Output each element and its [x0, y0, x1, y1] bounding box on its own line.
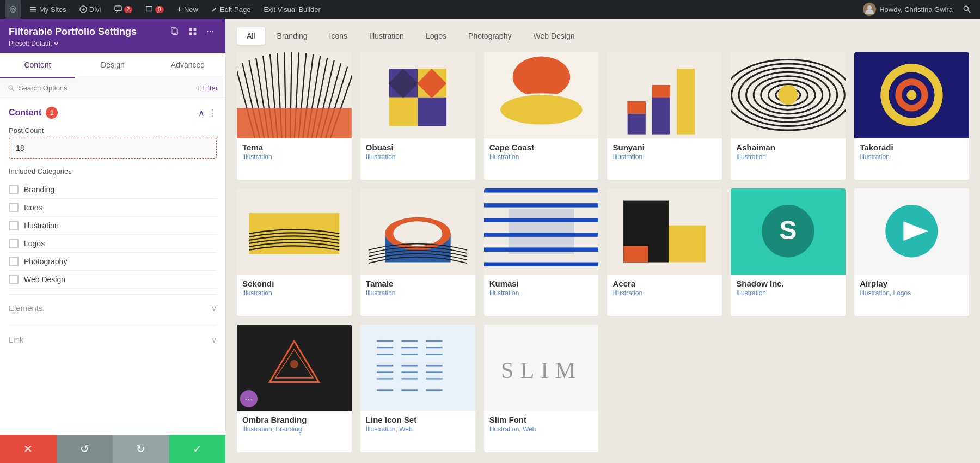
- category-checkbox-photography[interactable]: [9, 257, 19, 266]
- category-checkbox-illustration[interactable]: [9, 221, 19, 230]
- panel-copy-icon[interactable]: [169, 25, 182, 38]
- category-item-illustration[interactable]: Illustration: [9, 217, 217, 235]
- filter-all[interactable]: All: [237, 27, 265, 45]
- save-button[interactable]: ✓: [169, 435, 226, 463]
- content-collapse-icon[interactable]: ∧: [198, 108, 205, 118]
- elements-collapse-header[interactable]: Elements ∨: [9, 303, 217, 320]
- svg-line-6: [968, 10, 971, 13]
- panel-more-icon[interactable]: [204, 25, 217, 38]
- post-count-input[interactable]: 18: [9, 138, 217, 159]
- filter-branding[interactable]: Branding: [267, 27, 317, 45]
- filter-logos[interactable]: Logos: [416, 27, 456, 45]
- content-more-icon[interactable]: ⋮: [208, 108, 217, 118]
- svg-rect-8: [171, 28, 176, 33]
- svg-rect-89: [484, 270, 599, 274]
- portfolio-item-accra[interactable]: Accra Illustration: [607, 188, 722, 316]
- comments-zero-link[interactable]: 0: [141, 0, 168, 19]
- exit-builder-button[interactable]: Exit Visual Builder: [259, 0, 325, 19]
- elements-title: Elements: [9, 303, 211, 313]
- category-checkbox-branding[interactable]: [9, 185, 19, 194]
- category-item-logos[interactable]: Logos: [9, 235, 217, 253]
- category-name-branding: Branding: [24, 185, 54, 194]
- preset-label: Preset: Default: [9, 40, 52, 47]
- svg-rect-87: [484, 255, 599, 259]
- svg-rect-105: [360, 325, 475, 411]
- tab-content[interactable]: Content: [0, 53, 75, 78]
- portfolio-name-ashaiman: Ashaiman: [736, 143, 840, 152]
- portfolio-name-line-icon: Line Icon Set: [366, 415, 470, 424]
- category-name-web design: Web Design: [24, 275, 65, 284]
- category-item-icons[interactable]: Icons: [9, 199, 217, 217]
- svg-point-13: [207, 31, 208, 32]
- included-categories-section: Included Categories Branding Icons Illus…: [9, 167, 217, 289]
- category-item-branding[interactable]: Branding: [9, 181, 217, 199]
- portfolio-name-ombra: Ombra Branding: [242, 415, 346, 424]
- undo-button[interactable]: ↺: [57, 435, 113, 463]
- redo-button[interactable]: ↻: [113, 435, 169, 463]
- link-collapse-header[interactable]: Link ∨: [9, 335, 217, 352]
- portfolio-item-sunyani[interactable]: Sunyani Illustration: [607, 52, 722, 180]
- panel-body: Content 1 ∧ ⋮ Post Count 18 Included Cat…: [0, 98, 225, 435]
- category-item-photography[interactable]: Photography: [9, 253, 217, 271]
- category-checkbox-web design[interactable]: [9, 275, 19, 284]
- svg-point-16: [9, 86, 13, 89]
- user-menu[interactable]: Howdy, Christina Gwira: [863, 3, 953, 16]
- portfolio-item-ashaiman[interactable]: Ashaiman Illustration: [731, 52, 846, 180]
- comments-link[interactable]: 2: [110, 0, 137, 19]
- portfolio-info-tamale: Tamale Illustration: [360, 275, 475, 302]
- cancel-button[interactable]: ✕: [0, 435, 57, 463]
- portfolio-grid: Tema Illustration Obuasi Illustration: [226, 52, 980, 463]
- portfolio-thumb-accra: [607, 188, 722, 275]
- portfolio-item-tamale[interactable]: Tamale Illustration: [360, 188, 475, 316]
- panel-preset[interactable]: Preset: Default: [9, 40, 217, 47]
- filter-tabs: All Branding Icons Illustration Logos Ph…: [226, 19, 980, 52]
- new-button[interactable]: + New: [173, 0, 203, 19]
- filter-web-design[interactable]: Web Design: [523, 27, 584, 45]
- portfolio-item-ombra[interactable]: ⋯ Ombra Branding Illustration, Branding: [237, 325, 352, 452]
- link-chevron-icon: ∨: [211, 336, 217, 344]
- portfolio-item-tema[interactable]: Tema Illustration: [237, 52, 352, 180]
- portfolio-item-obuasi[interactable]: Obuasi Illustration: [360, 52, 475, 180]
- admin-search-icon[interactable]: [959, 2, 975, 17]
- my-sites-link[interactable]: My Sites: [25, 0, 71, 19]
- svg-point-46: [512, 57, 569, 98]
- search-input[interactable]: [19, 84, 196, 92]
- category-checkbox-logos[interactable]: [9, 239, 19, 248]
- portfolio-item-takoradi[interactable]: Takoradi Illustration: [854, 52, 969, 180]
- portfolio-item-line-icon[interactable]: Line Icon Set Illustration, Web: [360, 325, 475, 452]
- edit-page-button[interactable]: Edit Page: [207, 0, 255, 19]
- portfolio-name-obuasi: Obuasi: [366, 143, 470, 152]
- portfolio-category-ashaiman: Illustration: [736, 153, 840, 161]
- portfolio-item-kumasi[interactable]: Kumasi Illustration: [484, 188, 599, 316]
- more-options-icon[interactable]: ⋯: [240, 390, 258, 407]
- panel-grid-icon[interactable]: [186, 25, 199, 38]
- portfolio-category-kumasi: Illustration: [489, 289, 593, 297]
- divi-link[interactable]: Divi: [75, 0, 106, 19]
- portfolio-category-tema: Illustration: [242, 153, 346, 161]
- portfolio-thumb-airplay: [854, 188, 969, 275]
- portfolio-item-shadow-inc[interactable]: S Shadow Inc. Illustration: [731, 188, 846, 316]
- filter-button[interactable]: + Filter: [196, 84, 218, 92]
- portfolio-item-slim-font[interactable]: SLIM Slim Font Illustration, Web: [484, 325, 599, 452]
- portfolio-item-cape-coast[interactable]: Cape Coast Illustration: [484, 52, 599, 180]
- undo-icon: ↺: [80, 442, 89, 455]
- category-checkbox-icons[interactable]: [9, 203, 19, 212]
- wp-logo[interactable]: W: [5, 0, 21, 19]
- portfolio-item-sekondi[interactable]: Sekondi Illustration: [237, 188, 352, 316]
- filter-photography[interactable]: Photography: [458, 27, 521, 45]
- portfolio-category-sekondi: Illustration: [242, 289, 346, 297]
- filter-illustration[interactable]: Illustration: [359, 27, 414, 45]
- portfolio-info-kumasi: Kumasi Illustration: [484, 275, 599, 302]
- tab-advanced[interactable]: Advanced: [150, 53, 225, 78]
- search-options-bar: + Filter: [0, 78, 225, 98]
- portfolio-item-airplay[interactable]: Airplay Illustration, Logos: [854, 188, 969, 316]
- svg-rect-10: [194, 28, 197, 31]
- filter-icons[interactable]: Icons: [320, 27, 357, 45]
- tab-design[interactable]: Design: [75, 53, 150, 78]
- portfolio-category-shadow-inc: Illustration: [736, 289, 840, 297]
- portfolio-thumb-shadow-inc: S: [731, 188, 846, 275]
- user-greeting: Howdy, Christina Gwira: [879, 5, 953, 14]
- portfolio-info-ashaiman: Ashaiman Illustration: [731, 138, 846, 166]
- category-item-web design[interactable]: Web Design: [9, 271, 217, 289]
- svg-rect-3: [114, 6, 121, 11]
